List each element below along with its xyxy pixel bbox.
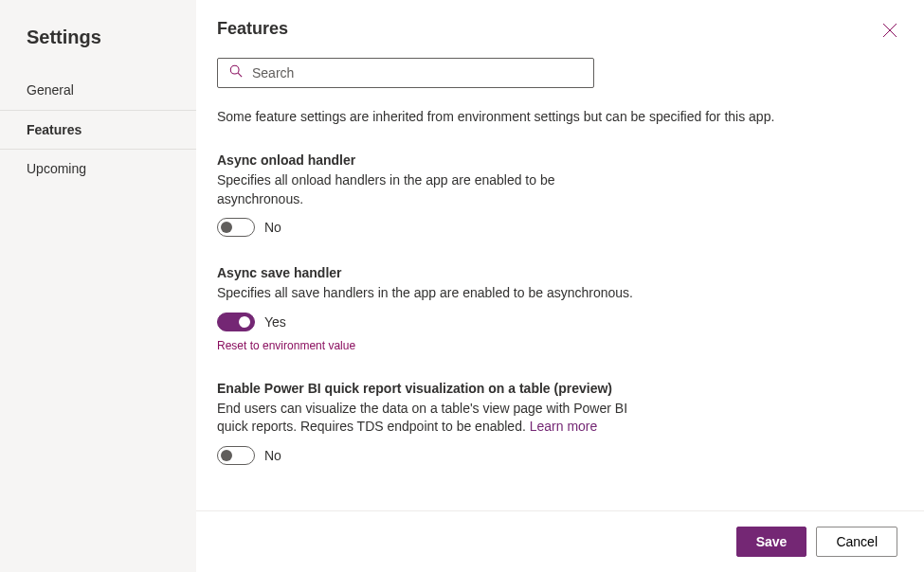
toggle-async-onload[interactable] bbox=[217, 218, 255, 237]
main-panel: Features Some feature settings are inher… bbox=[196, 0, 924, 572]
toggle-state-label: Yes bbox=[264, 314, 286, 330]
settings-sidebar: Settings General Features Upcoming bbox=[0, 0, 196, 572]
feature-title: Async onload handler bbox=[217, 152, 634, 168]
feature-description: Specifies all save handlers in the app a… bbox=[217, 284, 634, 303]
sidebar-item-upcoming[interactable]: Upcoming bbox=[0, 150, 196, 188]
feature-title: Enable Power BI quick report visualizati… bbox=[217, 381, 634, 396]
feature-title: Async save handler bbox=[217, 265, 634, 280]
feature-description: End users can visualize the data on a ta… bbox=[217, 400, 634, 437]
toggle-async-save[interactable] bbox=[217, 313, 255, 331]
feature-async-save: Async save handler Specifies all save ha… bbox=[217, 265, 634, 352]
feature-description: Specifies all onload handlers in the app… bbox=[217, 171, 634, 208]
toggle-state-label: No bbox=[264, 220, 281, 235]
intro-text: Some feature settings are inherited from… bbox=[217, 109, 897, 124]
reset-to-environment-link[interactable]: Reset to environment value bbox=[217, 339, 634, 352]
footer-bar: Save Cancel bbox=[196, 510, 924, 572]
cancel-button[interactable]: Cancel bbox=[816, 527, 897, 557]
search-field bbox=[217, 58, 594, 88]
sidebar-item-general[interactable]: General bbox=[0, 71, 196, 110]
svg-point-0 bbox=[230, 65, 239, 74]
learn-more-link[interactable]: Learn more bbox=[530, 419, 598, 434]
toggle-state-label: No bbox=[264, 448, 281, 463]
close-button[interactable] bbox=[882, 23, 897, 42]
feature-async-onload: Async onload handler Specifies all onloa… bbox=[217, 152, 634, 237]
toggle-powerbi[interactable] bbox=[217, 446, 255, 465]
page-title: Features bbox=[217, 19, 897, 39]
svg-line-1 bbox=[238, 73, 242, 77]
save-button[interactable]: Save bbox=[736, 527, 807, 557]
sidebar-title: Settings bbox=[0, 19, 196, 71]
close-icon bbox=[882, 23, 897, 38]
search-icon bbox=[229, 64, 243, 81]
search-input[interactable] bbox=[217, 58, 594, 88]
feature-powerbi-quick-report: Enable Power BI quick report visualizati… bbox=[217, 381, 634, 465]
sidebar-item-features[interactable]: Features bbox=[0, 110, 196, 150]
